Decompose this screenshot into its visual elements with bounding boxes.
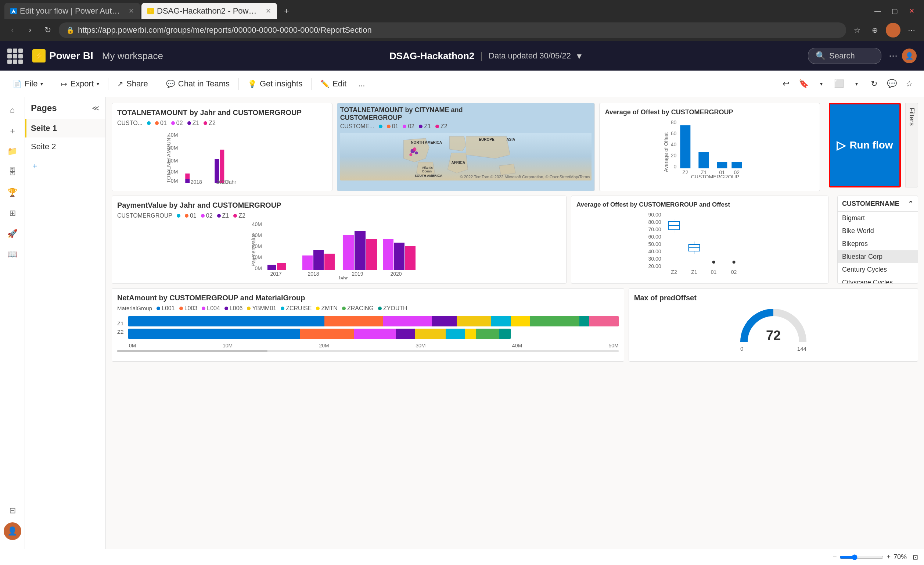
fit-page-button[interactable]: ⊡ [913, 553, 918, 561]
svg-rect-54 [354, 231, 366, 270]
zoom-control: − + 70% ⊡ [833, 553, 918, 561]
svg-rect-7 [185, 179, 190, 183]
share-icon: ↗ [117, 80, 123, 88]
new-tab-button[interactable]: + [280, 5, 293, 18]
edit-button[interactable]: ✏️ Edit [315, 76, 352, 92]
tab-close-2[interactable]: ✕ [266, 7, 271, 15]
notifications-icon[interactable]: ⋯ [889, 51, 897, 61]
chart6-x-ticks: 0M 10M 20M 30M 40M 50M [117, 343, 619, 349]
star-button[interactable]: ☆ [902, 77, 916, 91]
waffle-menu[interactable] [8, 48, 22, 63]
customer-cityscape[interactable]: Cityscape Cycles [838, 276, 918, 283]
share-button[interactable]: ↗ Share [112, 76, 153, 92]
chart4-z1: Z1 [217, 212, 229, 219]
report-title: DSAG-Hackathon2 [390, 50, 474, 62]
zoom-out-button[interactable]: − [833, 553, 837, 561]
chart-netamount[interactable]: NetAmount by CUSTOMERGROUP and MaterialG… [112, 288, 624, 362]
chart-paymentvalue[interactable]: PaymentValue by Jahr and CUSTOMERGROUP C… [112, 195, 567, 284]
sidebar-browse[interactable]: 📁 [4, 143, 21, 160]
browser-tab-power-automate[interactable]: Edit your flow | Power Automate ✕ [4, 3, 140, 19]
sidebar-user[interactable]: 👤 [4, 522, 21, 540]
filters-toggle[interactable]: Filters [905, 103, 918, 188]
browser-tab-powerbi[interactable]: ⚡ DSAG-Hackathon2 - Power BI ✕ [141, 3, 277, 19]
search-button[interactable]: 🔍 Search [808, 48, 881, 64]
customer-bikeworld[interactable]: Bike World [838, 225, 918, 237]
svg-text:Average of Offest: Average of Offest [663, 132, 669, 173]
insights-button[interactable]: 💡 Get insights [243, 76, 308, 92]
file-icon: 📄 [12, 80, 22, 88]
chart-totalnetamount-jahr[interactable]: TOTALNETAMOUNT by Jahr and CUSTOMERGROUP… [112, 103, 333, 191]
maximize-button[interactable]: ▢ [886, 6, 903, 17]
sidebar-workspaces[interactable]: ⊟ [4, 502, 21, 520]
svg-rect-33 [717, 162, 728, 168]
chart7-title: Max of predOffset [634, 294, 913, 302]
back-button[interactable]: ‹ [6, 24, 19, 37]
comments-button[interactable]: 💬 [884, 77, 899, 91]
bar-l006 [432, 316, 457, 326]
chart-avg-offest[interactable]: Average of Offest by CUSTOMERGROUP 80 60… [599, 103, 820, 191]
chart-gauge[interactable]: Max of predOffset 72 0 144 [628, 288, 918, 362]
sidebar-data-hub[interactable]: 🗄 [4, 163, 21, 181]
refresh-button[interactable]: ↻ [41, 24, 54, 37]
chat-teams-button[interactable]: 💬 Chat in Teams [161, 76, 235, 92]
view-button[interactable]: ⬜ [831, 77, 846, 91]
svg-text:70.00: 70.00 [648, 227, 661, 232]
bar2-l001 [128, 329, 300, 339]
file-menu[interactable]: 📄 File ▾ [8, 76, 48, 92]
sidebar-learn[interactable]: 🚀 [4, 225, 21, 243]
chart2-legend-z1: Z1 [419, 123, 431, 130]
svg-text:80: 80 [671, 119, 677, 125]
customer-bluestar[interactable]: Bluestar Corp [838, 250, 918, 263]
chart-boxplot[interactable]: Average of Offest by CUSTOMERGROUP and O… [571, 195, 828, 284]
svg-rect-32 [699, 152, 709, 168]
sidebar-home[interactable]: ⌂ [4, 101, 21, 119]
avatar-initials: 👤 [905, 52, 914, 60]
customer-bigmart[interactable]: Bigmart [838, 212, 918, 225]
chart4-legend: CUSTOMERGROUP 01 02 Z1 Z2 [117, 212, 561, 219]
svg-text:Z2: Z2 [682, 170, 689, 175]
chat-teams-label: Chat in Teams [178, 79, 230, 89]
user-avatar[interactable]: 👤 [902, 48, 916, 63]
zoom-in-button[interactable]: + [886, 553, 891, 561]
page-item-seite1[interactable]: Seite 1 [25, 119, 105, 137]
forward-button[interactable]: › [24, 24, 37, 37]
settings-icon[interactable]: ⋯ [905, 24, 918, 37]
export-menu[interactable]: ↦ Export ▾ [56, 76, 104, 92]
run-flow-text: ▷ Run flow [837, 138, 893, 152]
sidebar-create[interactable]: ＋ [4, 122, 21, 140]
svg-text:40.00: 40.00 [648, 248, 661, 254]
refresh-data-button[interactable]: ↻ [867, 77, 881, 91]
favorites-icon[interactable]: ☆ [850, 24, 864, 37]
window-controls: — ▢ ✕ [870, 6, 920, 17]
bookmark-button[interactable]: 🔖 [796, 77, 811, 91]
bookmark-chevron[interactable]: ▾ [814, 77, 828, 91]
run-flow-panel[interactable]: ▷ Run flow [829, 103, 901, 188]
data-updated-chevron[interactable]: ▾ [577, 50, 582, 62]
minimize-button[interactable]: — [870, 6, 886, 17]
more-options-button[interactable]: ... [353, 76, 370, 92]
svg-text:80.00: 80.00 [648, 219, 661, 225]
collections-icon[interactable]: ⊕ [868, 24, 881, 37]
close-button[interactable]: ✕ [903, 6, 920, 17]
sidebar-metrics[interactable]: 📖 [4, 246, 21, 263]
page-item-seite2[interactable]: Seite 2 [25, 137, 105, 156]
chart-map[interactable]: TOTALNETAMOUNT by CITYNAME andCUSTOMERGR… [337, 103, 595, 191]
toolbar-sep-5 [311, 78, 312, 90]
customer-bikepros[interactable]: Bikepros [838, 237, 918, 250]
sidebar-apps[interactable]: ⊞ [4, 204, 21, 222]
chart6-scrollbar[interactable] [117, 350, 619, 352]
undo-button[interactable]: ↩ [778, 77, 793, 91]
add-page-button[interactable]: ＋ [25, 156, 105, 176]
toolbar-sep-3 [157, 78, 157, 90]
customer-century[interactable]: Century Cycles [838, 263, 918, 276]
sidebar-goals[interactable]: 🏆 [4, 184, 21, 201]
address-bar[interactable]: 🔒 https://app.powerbi.com/groups/me/repo… [59, 23, 846, 38]
pages-collapse-button[interactable]: ≪ [92, 104, 100, 113]
zoom-slider[interactable] [840, 554, 884, 560]
pbi-workspace[interactable]: My workspace [102, 50, 163, 62]
waffle-dot [8, 60, 12, 64]
view-chevron[interactable]: ▾ [849, 77, 864, 91]
profile-icon[interactable] [886, 23, 900, 38]
tab-close-1[interactable]: ✕ [129, 7, 134, 15]
chart6-zyouth: ZYOUTH [378, 305, 408, 312]
